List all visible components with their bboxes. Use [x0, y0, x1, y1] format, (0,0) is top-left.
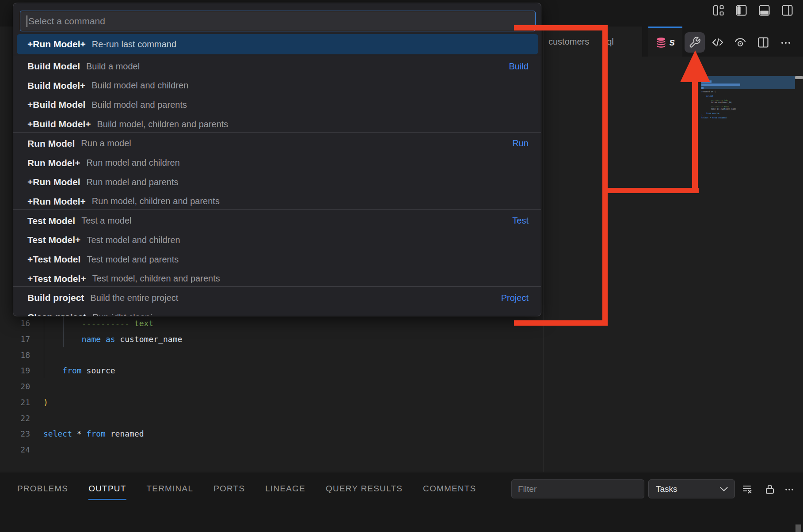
command-item[interactable]: Build projectBuild the entire projectPro…	[13, 288, 541, 308]
command-label: +Test Model+	[27, 274, 86, 284]
line-number: 17	[0, 334, 30, 344]
code-icon[interactable]	[711, 36, 724, 49]
command-item[interactable]: Build Model+Build model and children	[13, 76, 541, 95]
command-description: Build model and parents	[91, 100, 187, 110]
command-description: Build model and children	[91, 80, 188, 91]
code-line[interactable]: 21)	[0, 395, 543, 410]
panel-tab-query-results[interactable]: QUERY RESULTS	[326, 479, 403, 500]
command-description: Run model and children	[87, 158, 180, 168]
panel-tab-ports[interactable]: PORTS	[213, 479, 245, 500]
code-line[interactable]: 16 ---------- text	[0, 315, 543, 331]
command-item[interactable]: Clean projectRun `dbt clean`	[13, 308, 541, 316]
minimap[interactable]: renamed as ( select ---------- ids id as…	[701, 91, 795, 119]
minimap-selected-line	[701, 84, 740, 86]
command-description: Test a model	[81, 216, 131, 226]
command-label: Test Model+	[27, 235, 80, 245]
code-line[interactable]: 24	[0, 442, 543, 458]
command-label: +Run Model	[27, 177, 80, 187]
command-label: Build Model+	[27, 80, 85, 91]
code-text: from source	[43, 366, 115, 375]
minimap-selected-line	[701, 77, 708, 80]
command-label: +Test Model	[27, 254, 80, 265]
panel-tab-problems[interactable]: PROBLEMS	[17, 479, 68, 500]
panel-tab-lineage[interactable]: LINEAGE	[265, 479, 305, 500]
toggle-secondary-sidebar-icon[interactable]	[781, 4, 793, 16]
toggle-panel-icon[interactable]	[758, 4, 770, 16]
command-description: Run model, children and parents	[92, 196, 220, 206]
clear-output-icon[interactable]	[742, 484, 753, 494]
more-panel-icon[interactable]	[784, 484, 795, 494]
tab-filename-ext: sql	[602, 37, 614, 47]
code-line[interactable]: 17 name as customer_name	[0, 331, 543, 347]
command-input[interactable]	[20, 11, 535, 31]
command-action[interactable]: Test	[512, 216, 529, 226]
tab-filename-part: customers	[548, 37, 589, 47]
command-label: +Build Model+	[27, 119, 91, 129]
more-actions-icon[interactable]	[779, 36, 792, 49]
command-action[interactable]: Build	[509, 61, 529, 72]
database-icon	[656, 37, 666, 48]
code-line[interactable]: 20	[0, 379, 543, 395]
code-line[interactable]: 23select * from renamed	[0, 426, 543, 442]
line-number: 19	[0, 366, 30, 375]
command-label: Run Model+	[27, 158, 80, 168]
preview-eye-icon[interactable]	[734, 36, 747, 49]
tasks-dropdown[interactable]: Tasks	[648, 479, 735, 498]
command-item[interactable]: +Run Model+Re-run last command	[17, 34, 538, 54]
code-text: )	[43, 398, 48, 407]
command-item[interactable]: +Build Model+Build model, children and p…	[13, 114, 541, 134]
command-item[interactable]: +Run Model+Run model, children and paren…	[13, 192, 541, 211]
command-item[interactable]: +Build ModelBuild model and parents	[13, 95, 541, 114]
scrollbar-thumb[interactable]	[795, 524, 801, 532]
line-number: 21	[0, 398, 30, 407]
command-action[interactable]: Run	[512, 138, 529, 148]
code-line[interactable]: 22	[0, 410, 543, 426]
group-separator	[13, 55, 541, 55]
filter-input[interactable]	[512, 480, 644, 498]
split-editor-icon[interactable]	[757, 36, 770, 49]
tab-customers-sql[interactable]: customerssql	[544, 27, 642, 57]
panel-tab-comments[interactable]: COMMENTS	[423, 479, 476, 500]
bottom-panel: PROBLEMSOUTPUTTERMINALPORTSLINEAGEQUERY …	[0, 472, 803, 532]
panel-tab-output[interactable]: OUTPUT	[88, 479, 126, 500]
command-item[interactable]: +Test ModelTest model and parents	[13, 250, 541, 269]
command-input-box[interactable]	[20, 11, 536, 31]
command-item[interactable]: Run Model+Run model and children	[13, 153, 541, 173]
command-description: Run `dbt clean`	[92, 312, 153, 316]
text-caret	[27, 15, 27, 27]
code-line[interactable]: 18	[0, 347, 543, 363]
command-item[interactable]: +Run ModelRun model and parents	[13, 172, 541, 192]
command-label: Build Model	[27, 61, 80, 72]
code-text: name as customer_name	[43, 334, 182, 344]
line-number: 22	[0, 414, 30, 423]
panel-tab-bar: PROBLEMSOUTPUTTERMINALPORTSLINEAGEQUERY …	[17, 472, 476, 503]
minimap-selected-line	[701, 87, 704, 89]
tab-sql-active[interactable]: s	[648, 27, 682, 57]
minimap-selection[interactable]	[701, 76, 795, 89]
command-item[interactable]: Test ModelTest a modelTest	[13, 211, 541, 231]
filter-input-box[interactable]	[511, 479, 644, 498]
command-description: Re-run last command	[92, 39, 176, 49]
wrench-button[interactable]	[685, 32, 705, 53]
toggle-primary-sidebar-icon[interactable]	[735, 4, 747, 16]
command-item[interactable]: Run ModelRun a modelRun	[13, 134, 541, 153]
command-action[interactable]: Project	[501, 293, 529, 303]
lock-icon[interactable]	[765, 484, 775, 494]
line-number: 18	[0, 350, 30, 360]
command-label: Test Model	[27, 216, 75, 226]
panel-tab-terminal[interactable]: TERMINAL	[147, 479, 194, 500]
code-line[interactable]: 19 from source	[0, 363, 543, 379]
tasks-dropdown-label: Tasks	[656, 484, 677, 494]
minimap-slider[interactable]	[795, 76, 803, 79]
command-item[interactable]: Build ModelBuild a modelBuild	[13, 57, 541, 76]
command-label: Clean project	[27, 312, 86, 316]
group-separator	[13, 286, 541, 287]
command-description: Test model, children and parents	[92, 274, 220, 284]
command-item[interactable]: +Test Model+Test model, children and par…	[13, 269, 541, 289]
editor-tab-bar: customerssql s	[544, 27, 803, 57]
customize-layout-icon[interactable]	[712, 4, 724, 16]
tab-label: s	[670, 36, 675, 48]
command-description: Test model and children	[87, 235, 180, 245]
line-number: 16	[0, 319, 30, 328]
command-item[interactable]: Test Model+Test model and children	[13, 230, 541, 250]
